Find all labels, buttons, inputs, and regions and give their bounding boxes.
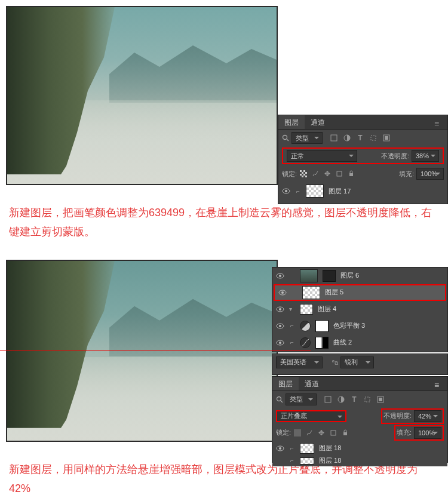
blend-mode-dropdown[interactable]: 正常 <box>287 150 357 162</box>
filter-row: 类型 T <box>278 130 447 146</box>
svg-point-0 <box>283 136 287 140</box>
svg-rect-28 <box>365 397 370 402</box>
layer-name-text[interactable]: 图层 18 <box>319 456 341 465</box>
lock-move-icon[interactable]: ✥ <box>317 429 326 437</box>
fill-input[interactable]: 100% <box>414 427 441 439</box>
lock-artboard-icon[interactable] <box>329 429 337 437</box>
adjustment-icon[interactable] <box>300 321 311 331</box>
svg-rect-33 <box>343 432 347 435</box>
visibility-icon[interactable] <box>276 444 284 453</box>
lock-brush-icon[interactable] <box>311 170 320 178</box>
svg-line-1 <box>287 139 289 141</box>
svg-line-25 <box>281 401 283 402</box>
layer-row-6[interactable]: 图层 6 <box>272 268 447 284</box>
filter-icons: T <box>330 134 391 142</box>
blend-opacity-row: 正片叠底 不透明度: 42% <box>272 408 447 425</box>
panel-menu-icon[interactable] <box>434 119 444 126</box>
layer-thumbnail[interactable] <box>300 269 318 282</box>
layer-thumbnail[interactable] <box>300 304 313 315</box>
panel-menu-icon[interactable] <box>434 380 444 388</box>
fill-input[interactable]: 100% <box>416 168 444 180</box>
search-icon <box>282 134 289 142</box>
visibility-icon[interactable] <box>282 187 290 195</box>
filter-pixel-icon[interactable] <box>330 134 338 142</box>
filter-type-icon[interactable]: T <box>356 134 364 142</box>
layer-mask-thumbnail[interactable] <box>323 270 336 282</box>
lock-all-icon[interactable] <box>347 170 355 178</box>
tab-layers[interactable]: 图层 <box>278 115 305 129</box>
annotation-line <box>0 351 311 351</box>
filter-type-dropdown[interactable]: 类型 <box>286 393 317 405</box>
filter-type-icon[interactable]: T <box>350 395 358 404</box>
layer-thumbnail[interactable] <box>302 286 320 299</box>
adjustment-curves-icon[interactable] <box>300 337 311 348</box>
layers-list-panel: 图层 6 图层 5 ▾ 图层 4 ⌐ 色彩平衡 3 <box>272 267 448 352</box>
lock-transparent-icon[interactable] <box>299 170 308 178</box>
group-chevron-icon[interactable]: ▾ <box>289 306 295 312</box>
layer-row-5[interactable]: 图层 5 <box>274 284 446 301</box>
layer-name-text[interactable]: 图层 6 <box>340 271 359 280</box>
visibility-icon[interactable] <box>278 288 287 297</box>
layer-mask-thumbnail[interactable] <box>315 337 329 349</box>
layer-row-curves[interactable]: ⌐ 曲线 2 <box>272 334 447 351</box>
clip-indicator-icon: ⌐ <box>289 445 295 451</box>
filter-adjust-icon[interactable] <box>343 134 351 142</box>
filter-smart-icon[interactable] <box>382 134 391 142</box>
lock-brush-icon[interactable] <box>305 429 314 437</box>
layer-row-4[interactable]: ▾ 图层 4 <box>272 301 447 318</box>
tab-channels[interactable]: 通道 <box>299 377 325 391</box>
layer-name-text[interactable]: 图层 18 <box>319 444 341 453</box>
layer-row-18b[interactable]: ⌐ 图层 18 <box>272 456 447 466</box>
lock-label: 锁定: <box>276 428 291 437</box>
svg-rect-4 <box>371 136 376 140</box>
layer-name-text[interactable]: 图层 4 <box>318 305 336 313</box>
visibility-icon[interactable] <box>276 339 284 347</box>
options-bar: 美国英语 ªa 锐利 <box>272 353 448 375</box>
layers-panel-2: 图层 通道 类型 T 正片叠底 不透明度: 42% <box>272 376 448 463</box>
opacity-input[interactable]: 38% <box>412 150 439 162</box>
visibility-icon[interactable] <box>276 272 284 280</box>
layer-row-18a[interactable]: ⌐ 图层 18 <box>272 441 447 456</box>
visibility-icon[interactable] <box>276 305 284 313</box>
opacity-input[interactable]: 42% <box>414 410 441 422</box>
visibility-icon[interactable] <box>276 322 284 330</box>
filter-shape-icon[interactable] <box>369 134 378 142</box>
clip-indicator-icon: ⌐ <box>289 457 295 464</box>
mountains-illustration <box>109 285 277 356</box>
layer-name-text[interactable]: 图层 17 <box>329 187 351 196</box>
layer-row-color-balance[interactable]: ⌐ 色彩平衡 3 <box>272 318 447 334</box>
layer-name-text[interactable]: 色彩平衡 3 <box>333 321 365 330</box>
svg-rect-26 <box>325 396 331 402</box>
clip-indicator-icon: ⌐ <box>289 339 295 346</box>
blend-mode-dropdown[interactable]: 正片叠底 <box>276 410 346 422</box>
antialias-dropdown[interactable]: 锐利 <box>340 356 374 368</box>
lock-row: 锁定: ✥ 填充: 100% <box>272 425 447 441</box>
layer-thumbnail[interactable] <box>300 443 314 454</box>
svg-rect-10 <box>337 171 342 176</box>
layer-mask-thumbnail[interactable] <box>315 320 329 332</box>
layer-row-17[interactable]: ⌐ 图层 17 <box>278 182 447 200</box>
layer-thumbnail[interactable] <box>306 185 324 198</box>
filter-shape-icon[interactable] <box>363 395 372 404</box>
filter-icons: T <box>324 395 385 404</box>
filter-smart-icon[interactable] <box>376 395 385 404</box>
lock-artboard-icon[interactable] <box>335 170 343 178</box>
layer-thumbnail[interactable] <box>300 457 314 465</box>
filter-pixel-icon[interactable] <box>324 395 332 404</box>
lock-transparent-icon[interactable] <box>293 429 302 437</box>
visibility-icon[interactable] <box>276 457 284 465</box>
blend-opacity-row: 正常 不透明度: 38% <box>282 147 444 164</box>
svg-point-23 <box>279 342 281 344</box>
panel-tabs: 图层 通道 <box>278 115 447 130</box>
filter-type-dropdown[interactable]: 类型 <box>291 132 323 144</box>
layer-name-text[interactable]: 图层 5 <box>325 288 343 297</box>
svg-point-21 <box>279 325 281 327</box>
layer-name-text[interactable]: 曲线 2 <box>333 338 352 347</box>
tab-channels[interactable]: 通道 <box>305 115 331 129</box>
filter-adjust-icon[interactable] <box>337 395 345 404</box>
language-dropdown[interactable]: 美国英语 <box>276 356 323 368</box>
lock-all-icon[interactable] <box>341 429 349 437</box>
tab-layers[interactable]: 图层 <box>272 377 299 391</box>
svg-point-19 <box>279 308 281 310</box>
lock-move-icon[interactable]: ✥ <box>323 170 332 178</box>
